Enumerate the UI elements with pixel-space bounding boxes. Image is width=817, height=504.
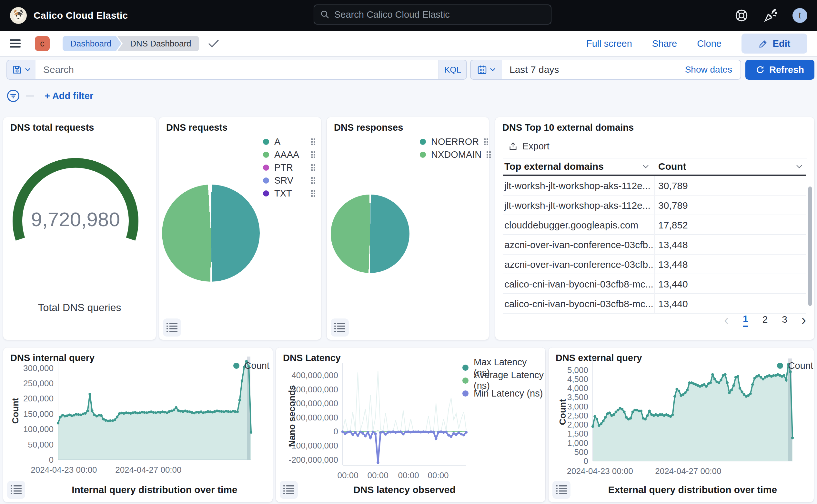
- list-icon: [556, 485, 567, 495]
- legend-item[interactable]: SRV: [263, 174, 315, 187]
- svg-text:3,000: 3,000: [567, 402, 588, 411]
- legend-item[interactable]: PTR: [263, 161, 315, 174]
- menu-icon[interactable]: [10, 39, 22, 48]
- panel-dns-internal-query[interactable]: DNS internal query Count 050,000100,0001…: [3, 348, 273, 502]
- saved-query-menu[interactable]: [7, 60, 35, 79]
- external-query-chart: 05001,0001,5002,0002,5003,0003,5004,0004…: [549, 348, 814, 502]
- legend-item[interactable]: NXDOMAIN: [420, 148, 483, 161]
- svg-text:00:00: 00:00: [398, 470, 419, 480]
- filter-icon[interactable]: [6, 89, 20, 103]
- panel-dns-external-query[interactable]: DNS external query Count 05001,0001,5002…: [549, 348, 814, 502]
- prev-page-icon[interactable]: ‹: [724, 313, 729, 327]
- legend-actions-icon[interactable]: [311, 190, 315, 197]
- dns-requests-pie[interactable]: [162, 185, 260, 282]
- panel-title: DNS requests: [166, 122, 227, 133]
- chevron-down-icon[interactable]: [796, 164, 803, 169]
- chevron-down-icon: [25, 68, 31, 72]
- count-cell: 30,789: [658, 200, 688, 211]
- legend-label: A: [274, 136, 280, 147]
- domain-cell: jlt-worksh-jlt-workshop-aks-112e...: [504, 200, 651, 211]
- kql-toggle[interactable]: KQL: [439, 60, 466, 79]
- legend-item[interactable]: Min Latency (ns): [462, 387, 545, 400]
- panel-dns-latency[interactable]: DNS Latency Nano seconds 400,000,000300,…: [276, 348, 545, 502]
- global-search-input[interactable]: [334, 9, 545, 20]
- panel-title: DNS responses: [334, 122, 403, 133]
- refresh-button[interactable]: Refresh: [745, 60, 814, 80]
- svg-text:100,000,000: 100,000,000: [291, 413, 338, 422]
- table-scrollbar[interactable]: [808, 186, 812, 306]
- clone-button[interactable]: Clone: [697, 38, 721, 49]
- svg-text:50,000: 50,000: [28, 440, 54, 449]
- legend-actions-icon[interactable]: [311, 164, 315, 171]
- legend-item[interactable]: A: [263, 135, 315, 148]
- share-button[interactable]: Share: [652, 38, 677, 49]
- count-cell: 13,440: [658, 279, 688, 290]
- legend-toggle-button[interactable]: [7, 481, 25, 499]
- column-header-count[interactable]: Count: [658, 161, 686, 172]
- chevron-down-icon[interactable]: [642, 164, 649, 169]
- toolbar-actions: Full screen Share Clone Edit: [586, 34, 807, 54]
- filter-bar: + Add filter: [6, 88, 93, 104]
- legend-label: Min Latency (ns): [474, 388, 543, 399]
- next-page-icon[interactable]: ›: [802, 313, 806, 327]
- svg-text:100,000: 100,000: [23, 424, 54, 434]
- legend-item[interactable]: Average Latency (ns): [462, 374, 545, 387]
- news-party-popper-icon[interactable]: [763, 8, 778, 23]
- legend-dot: [777, 363, 783, 369]
- legend-actions-icon[interactable]: [484, 138, 488, 145]
- svg-text:4,000: 4,000: [567, 383, 588, 393]
- panel-top-external-domains[interactable]: DNS Top 10 external domains Export Top e…: [495, 117, 814, 340]
- export-button[interactable]: Export: [508, 141, 550, 152]
- svg-text:200,000,000: 200,000,000: [291, 398, 338, 408]
- legend-dot: [263, 190, 269, 197]
- panel-title: DNS Top 10 external domains: [502, 122, 634, 133]
- legend-item[interactable]: Count: [233, 359, 269, 372]
- legend-item[interactable]: Count: [777, 359, 813, 372]
- user-avatar[interactable]: t: [792, 8, 807, 23]
- chevron-down-icon: [490, 68, 496, 72]
- dns-responses-pie[interactable]: [331, 195, 409, 273]
- legend-toggle-button[interactable]: [280, 481, 298, 499]
- add-filter-button[interactable]: + Add filter: [45, 91, 93, 101]
- column-header-domains[interactable]: Top external domains: [504, 161, 604, 172]
- space-avatar[interactable]: c: [35, 36, 50, 51]
- panel-dns-responses[interactable]: DNS responses NOERROR NXDOMAIN: [327, 117, 489, 340]
- check-icon[interactable]: [208, 39, 219, 48]
- legend-item[interactable]: TXT: [263, 187, 315, 200]
- dns-requests-legend: A AAAA PTR SRV TXT: [263, 135, 315, 200]
- legend-item[interactable]: NOERROR: [420, 135, 483, 148]
- time-range-value[interactable]: Last 7 days: [502, 60, 677, 79]
- svg-text:150,000: 150,000: [23, 409, 54, 419]
- dns-dashboard-screen: Calico Cloud Elastic: [0, 0, 817, 504]
- legend-item[interactable]: AAAA: [263, 148, 315, 161]
- edit-button[interactable]: Edit: [741, 34, 807, 54]
- x-axis-title: DNS latency observed: [343, 484, 466, 495]
- page-3[interactable]: 3: [782, 314, 787, 326]
- svg-text:2024-04-27 00:00: 2024-04-27 00:00: [655, 466, 721, 476]
- pencil-icon: [759, 39, 768, 48]
- legend-actions-icon[interactable]: [311, 177, 315, 184]
- svg-text:00:00: 00:00: [368, 470, 388, 480]
- page-1[interactable]: 1: [743, 313, 748, 327]
- page-2[interactable]: 2: [762, 314, 768, 326]
- full-screen-button[interactable]: Full screen: [586, 38, 632, 49]
- legend-actions-icon[interactable]: [311, 151, 315, 158]
- breadcrumb: Dashboard DNS Dashboard: [63, 36, 219, 51]
- legend-label: Count: [245, 360, 269, 371]
- app-title: Calico Cloud Elastic: [34, 10, 128, 21]
- legend-actions-icon[interactable]: [311, 138, 315, 145]
- legend-toggle-button[interactable]: [163, 318, 181, 337]
- panel-dns-total-requests[interactable]: DNS total requests 9,720,980 Total DNS q…: [3, 117, 156, 340]
- legend-actions-icon[interactable]: [487, 151, 491, 158]
- breadcrumb-dashboard[interactable]: Dashboard: [63, 36, 116, 51]
- kql-search-input[interactable]: [43, 64, 431, 75]
- calendar-menu[interactable]: [471, 60, 502, 79]
- svg-text:2024-04-23 00:00: 2024-04-23 00:00: [567, 466, 633, 476]
- svg-text:-200,000,000: -200,000,000: [289, 455, 338, 465]
- legend-toggle-button[interactable]: [331, 318, 349, 337]
- help-icon[interactable]: [734, 8, 749, 23]
- legend-toggle-button[interactable]: [552, 481, 570, 499]
- panel-dns-requests[interactable]: DNS requests A AAAA PTR SRV TXT: [159, 117, 321, 340]
- show-dates-button[interactable]: Show dates: [677, 60, 741, 79]
- calico-logo[interactable]: [10, 7, 27, 24]
